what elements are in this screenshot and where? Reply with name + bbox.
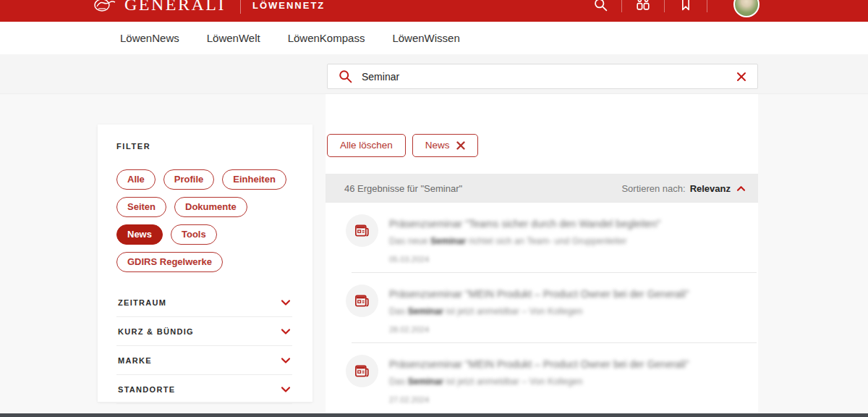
nav-item-loewenwissen[interactable]: LöwenWissen	[388, 29, 464, 47]
news-article-icon	[354, 222, 370, 239]
filter-chip-seiten[interactable]: Seiten	[116, 197, 166, 217]
news-article-icon	[354, 363, 370, 379]
result-text: Präsenzseminar "MEIN Produkt – Product O…	[389, 355, 689, 404]
accordion-marke[interactable]: MARKE	[116, 346, 292, 375]
accordion-label: KURZ & BÜNDIG	[118, 327, 194, 336]
header-search-button[interactable]	[592, 0, 608, 12]
content-area: FILTER Alle Profile Einheiten Seiten Dok…	[0, 94, 868, 417]
filter-panel-title: FILTER	[116, 142, 292, 151]
filter-chip-gdirs-regelwerke[interactable]: GDIRS Regelwerke	[116, 252, 223, 272]
chevron-down-icon	[281, 328, 291, 335]
result-type-badge	[346, 214, 378, 247]
highlighted-term: Seminar	[408, 376, 443, 387]
filter-panel: FILTER Alle Profile Einheiten Seiten Dok…	[98, 125, 312, 402]
clear-search-icon[interactable]	[736, 71, 747, 83]
result-date: 28.02.2024	[389, 325, 689, 334]
brand-wordmark: GENERALI	[124, 0, 226, 14]
filter-chip-dokumente[interactable]: Dokumente	[174, 197, 247, 217]
search-input[interactable]	[362, 71, 736, 83]
search-box[interactable]	[327, 64, 758, 89]
filter-chip-tools[interactable]: Tools	[171, 224, 217, 245]
result-title[interactable]: Präsenzseminar "MEIN Produkt – Product O…	[389, 288, 689, 300]
result-description: Das Seminar ist jetzt anmeldbar – Von Ko…	[389, 306, 689, 316]
result-description: Das neue Seminar richtet sich an Team- u…	[389, 236, 660, 246]
clear-all-filters-button[interactable]: Alle löschen	[327, 134, 406, 157]
result-date: 05.03.2024	[389, 255, 660, 264]
active-filter-label: News	[425, 140, 450, 151]
header-icon-divider	[664, 0, 665, 12]
brand-divider	[240, 0, 241, 14]
header-bookmarks-button[interactable]	[678, 0, 694, 12]
search-results-column: Alle löschen News 46 Ergebnisse für "Sem…	[326, 94, 758, 417]
result-text: Präsenzseminar "MEIN Produkt – Product O…	[389, 285, 689, 334]
search-icon[interactable]	[338, 69, 353, 84]
top-header-bar: GENERALI LÖWENNETZ	[0, 0, 868, 22]
sort-value: Relevanz	[690, 183, 731, 194]
active-filters-row: Alle löschen News	[326, 94, 758, 157]
results-count: 46 Ergebnisse für "Seminar"	[344, 183, 462, 194]
header-apps-button[interactable]	[635, 0, 651, 12]
result-description: Das Seminar ist jetzt anmeldbar – Von Ko…	[389, 376, 689, 387]
clear-all-label: Alle löschen	[340, 140, 393, 151]
filter-accordions: ZEITRAUM KURZ & BÜNDIG MARKE STANDORTE T…	[116, 288, 292, 417]
result-title[interactable]: Präsenzseminar "MEIN Produkt – Product O…	[389, 358, 689, 370]
header-icon-divider	[621, 0, 622, 12]
sort-control[interactable]: Sortieren nach: Relevanz	[621, 183, 746, 194]
header-icon-divider	[707, 0, 707, 12]
generali-lion-crest-icon	[94, 0, 119, 14]
bookmark-icon	[678, 0, 693, 12]
highlighted-term: Seminar	[408, 306, 443, 316]
nav-item-loewenkompass[interactable]: LöwenKompass	[284, 29, 370, 47]
accordion-kurz-buendig[interactable]: KURZ & BÜNDIG	[116, 317, 292, 346]
chevron-up-icon	[736, 185, 746, 192]
filter-chip-alle[interactable]: Alle	[116, 169, 156, 190]
user-avatar[interactable]	[733, 0, 760, 17]
highlighted-term: Seminar	[430, 236, 466, 246]
nav-item-loewenwelt[interactable]: LöwenWelt	[203, 29, 265, 47]
news-article-icon	[354, 292, 370, 309]
filter-chip-news[interactable]: News	[116, 224, 163, 245]
result-date: 27.02.2024	[389, 395, 689, 404]
nav-item-loewennews[interactable]: LöwenNews	[116, 29, 184, 47]
chevron-down-icon	[281, 299, 291, 306]
sort-label: Sortieren nach:	[621, 183, 685, 194]
result-title[interactable]: Präsenzseminar "Teams sicher durch den W…	[389, 218, 660, 229]
chevron-down-icon	[281, 386, 291, 393]
result-text: Präsenzseminar "Teams sicher durch den W…	[389, 214, 660, 264]
active-filter-chip-news[interactable]: News	[412, 134, 478, 157]
accordion-label: ZEITRAUM	[118, 298, 166, 307]
apps-icon	[635, 0, 651, 12]
filter-chip-einheiten[interactable]: Einheiten	[222, 169, 286, 190]
results-summary-bar: 46 Ergebnisse für "Seminar" Sortieren na…	[326, 174, 758, 203]
bottom-edge-strip	[0, 413, 868, 417]
accordion-label: MARKE	[118, 356, 152, 365]
filter-chip-profile[interactable]: Profile	[163, 169, 214, 190]
filter-type-chips: Alle Profile Einheiten Seiten Dokumente …	[116, 169, 292, 272]
accordion-zeitraum[interactable]: ZEITRAUM	[116, 288, 292, 317]
search-icon	[593, 0, 608, 12]
result-item[interactable]: Präsenzseminar "Teams sicher durch den W…	[326, 203, 758, 272]
result-type-badge	[346, 285, 378, 317]
search-section	[0, 54, 868, 94]
result-type-badge	[346, 355, 378, 387]
generali-logo[interactable]: GENERALI LÖWENNETZ	[94, 0, 325, 14]
portal-name: LÖWENNETZ	[252, 0, 325, 11]
chevron-down-icon	[281, 357, 291, 364]
accordion-label: STANDORTE	[118, 385, 175, 394]
main-navigation: LöwenNews LöwenWelt LöwenKompass LöwenWi…	[0, 22, 868, 54]
accordion-standorte[interactable]: STANDORTE	[116, 375, 292, 404]
result-item[interactable]: Präsenzseminar "MEIN Produkt – Product O…	[326, 273, 758, 342]
remove-filter-icon[interactable]	[456, 141, 465, 150]
result-item[interactable]: Präsenzseminar "MEIN Produkt – Product O…	[326, 343, 758, 413]
